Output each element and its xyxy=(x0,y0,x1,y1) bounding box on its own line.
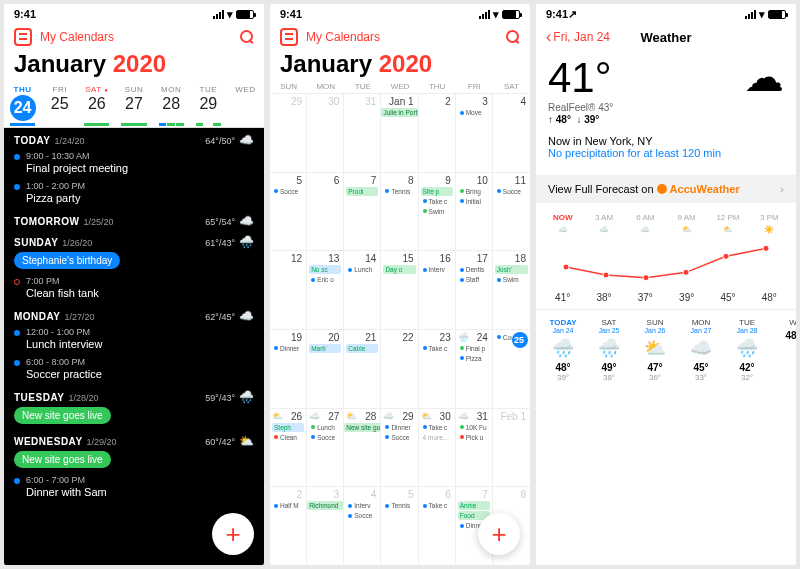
month-event[interactable]: Richmond xyxy=(307,501,344,510)
calendars-menu-icon[interactable] xyxy=(280,28,298,46)
month-event[interactable]: Socce xyxy=(383,433,415,442)
week-day[interactable]: TUE29 xyxy=(190,82,227,127)
agenda-event[interactable]: New site goes live xyxy=(14,451,111,468)
month-cell[interactable]: Jan 1Julie in Portland xyxy=(381,93,418,172)
month-event[interactable]: Move xyxy=(458,108,490,117)
month-event[interactable]: Clean xyxy=(272,433,304,442)
month-event[interactable]: Swim xyxy=(495,275,528,284)
daily-cell[interactable]: MONJan 27☁️45°33° xyxy=(678,318,724,382)
month-cell[interactable]: 13No scEric o xyxy=(307,250,344,329)
month-cell[interactable]: 🌧️24Final pPizza xyxy=(456,329,493,408)
month-event[interactable]: Cable xyxy=(346,344,378,353)
week-day[interactable]: WED xyxy=(227,82,264,127)
month-cell[interactable]: 5Tennis xyxy=(381,486,418,565)
month-cell[interactable]: 5Socce xyxy=(270,172,307,251)
daily-cell[interactable]: SUNJan 26⛅47°36° xyxy=(632,318,678,382)
calendars-menu-icon[interactable] xyxy=(14,28,32,46)
week-day[interactable]: THU24 xyxy=(4,82,41,127)
month-cell[interactable]: 4IntervSocce xyxy=(344,486,381,565)
agenda-event[interactable]: 7:00 PMClean fish tank xyxy=(14,272,254,302)
month-event[interactable]: New site goes live xyxy=(344,423,381,432)
month-event[interactable]: Final p xyxy=(458,344,490,353)
agenda-event[interactable]: 6:00 - 8:00 PMSoccer practice xyxy=(14,353,254,383)
month-title[interactable]: January 2020 xyxy=(270,48,530,82)
daily-cell[interactable]: SATJan 25🌧️49°38° xyxy=(586,318,632,382)
month-cell[interactable]: 4 xyxy=(493,93,530,172)
precip-link[interactable]: No precipitation for at least 120 min xyxy=(548,147,784,159)
month-event[interactable]: Pizza xyxy=(458,354,490,363)
agenda-event[interactable]: 9:00 - 10:30 AMFinal project meeting xyxy=(14,147,254,177)
month-cell[interactable]: 21Cable xyxy=(344,329,381,408)
month-event[interactable]: Interv xyxy=(346,501,378,510)
month-event[interactable]: Prodι xyxy=(346,187,378,196)
month-event[interactable]: Marti xyxy=(309,344,341,353)
search-icon[interactable] xyxy=(240,30,254,44)
month-cell[interactable]: 8Tennis xyxy=(381,172,418,251)
agenda-event[interactable]: New site goes live xyxy=(14,407,111,424)
calendars-title[interactable]: My Calendars xyxy=(306,30,506,44)
month-event[interactable]: Lunch xyxy=(309,423,341,432)
month-event[interactable]: 4 more… xyxy=(421,433,453,442)
month-event[interactable]: Dinner xyxy=(272,344,304,353)
month-event[interactable]: Bring xyxy=(458,187,490,196)
week-day[interactable]: MON28 xyxy=(153,82,190,127)
add-event-button[interactable]: + xyxy=(478,513,520,555)
month-cell[interactable]: 3Move xyxy=(456,93,493,172)
month-cell[interactable]: 18Josh'Swim xyxy=(493,250,530,329)
agenda-list[interactable]: TODAY1/24/2064°/50°☁️9:00 - 10:30 AMFina… xyxy=(4,128,264,565)
month-event[interactable]: Socce xyxy=(346,511,378,520)
month-event[interactable]: 10K Fu xyxy=(458,423,490,432)
month-cell[interactable]: 11Socce xyxy=(493,172,530,251)
agenda-event[interactable]: Stephanie's birthday xyxy=(14,252,120,269)
month-event[interactable]: Take c xyxy=(421,197,453,206)
month-event[interactable]: Site p xyxy=(421,187,453,196)
month-event[interactable]: Half M xyxy=(272,501,304,510)
month-event[interactable]: Pick u xyxy=(458,433,490,442)
month-event[interactable]: Dentis xyxy=(458,265,490,274)
calendars-title[interactable]: My Calendars xyxy=(40,30,240,44)
month-cell[interactable]: 17DentisStaff xyxy=(456,250,493,329)
daily-forecast[interactable]: TODAYJan 24🌧️48°39°SATJan 25🌧️49°38°SUNJ… xyxy=(536,310,796,390)
month-event[interactable]: Julie in Portland xyxy=(381,108,418,117)
month-cell[interactable]: 10BringInitial xyxy=(456,172,493,251)
month-cell[interactable]: 9Site pTake cSwim xyxy=(419,172,456,251)
month-cell[interactable]: ☁️3110K FuPick u xyxy=(456,408,493,487)
month-cell[interactable]: 15Day o xyxy=(381,250,418,329)
week-day[interactable]: FRI25 xyxy=(41,82,78,127)
month-event[interactable]: Interv xyxy=(421,265,453,274)
month-event[interactable]: Eric o xyxy=(309,275,341,284)
month-cell[interactable]: 30 xyxy=(307,93,344,172)
month-title[interactable]: January 2020 xyxy=(4,48,264,82)
month-cell[interactable]: 19Dinner xyxy=(270,329,307,408)
month-cell[interactable]: 23Take c xyxy=(419,329,456,408)
month-event[interactable]: Annie xyxy=(458,501,490,510)
daily-cell[interactable]: TUEJan 28🌧️42°32° xyxy=(724,318,770,382)
month-cell[interactable]: 6 xyxy=(307,172,344,251)
month-event[interactable]: Initial xyxy=(458,197,490,206)
month-cell[interactable]: 20Marti xyxy=(307,329,344,408)
month-cell[interactable]: 25Conce xyxy=(493,329,530,408)
month-cell[interactable]: Feb 1 xyxy=(493,408,530,487)
month-event[interactable]: Steph xyxy=(272,423,304,432)
month-event[interactable]: Dinner xyxy=(383,423,415,432)
month-grid[interactable]: 293031Jan 1Julie in Portland23Move45Socc… xyxy=(270,93,530,565)
week-strip[interactable]: THU24FRI25SAT ●26SUN27MON28TUE29WED xyxy=(4,82,264,128)
month-event[interactable]: Lunch xyxy=(346,265,378,274)
month-event[interactable]: Socce xyxy=(309,433,341,442)
month-cell[interactable]: 16Interv xyxy=(419,250,456,329)
daily-cell[interactable]: W48° xyxy=(770,318,796,382)
daily-cell[interactable]: TODAYJan 24🌧️48°39° xyxy=(540,318,586,382)
agenda-event[interactable]: 6:00 - 7:00 PMDinner with Sam xyxy=(14,471,254,501)
month-event[interactable]: Tennis xyxy=(383,501,415,510)
agenda-event[interactable]: 1:00 - 2:00 PMPizza party xyxy=(14,177,254,207)
month-cell[interactable]: ⛅28New site goes live xyxy=(344,408,381,487)
month-event[interactable]: No sc xyxy=(309,265,341,274)
month-cell[interactable]: 31 xyxy=(344,93,381,172)
month-event[interactable]: Staff xyxy=(458,275,490,284)
month-cell[interactable]: 6Take c xyxy=(419,486,456,565)
accuweather-link[interactable]: View Full Forecast on AccuWeather › xyxy=(536,175,796,203)
hourly-forecast[interactable]: NOW3 AM6 AM9 AM12 PM3 PM ☁️☁️☁️⛅⛅☀️ 41°3… xyxy=(536,203,796,310)
month-event[interactable]: Day o xyxy=(383,265,415,274)
month-event[interactable]: Socce xyxy=(272,187,304,196)
month-cell[interactable]: 2 xyxy=(419,93,456,172)
